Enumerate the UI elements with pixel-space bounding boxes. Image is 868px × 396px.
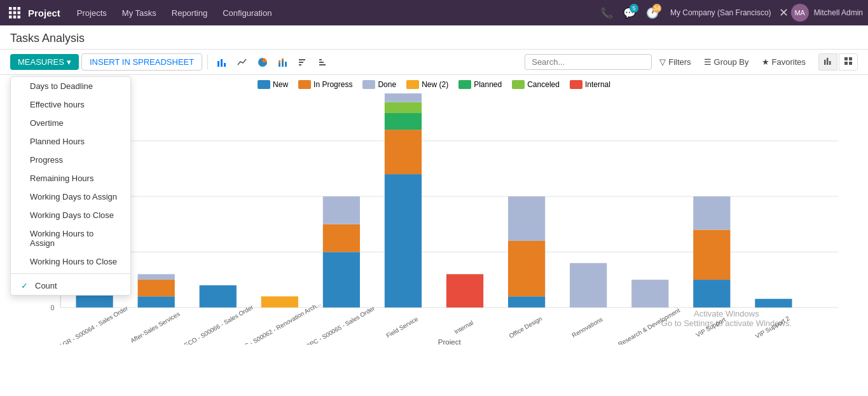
dropdown-item-planned-hours[interactable]: Planned Hours [11, 132, 130, 151]
nav-reporting[interactable]: Reporting [164, 0, 215, 25]
dropdown-item-progress[interactable]: Progress [11, 151, 130, 169]
svg-rect-3 [9, 11, 12, 15]
bar-chart-button[interactable] [213, 55, 231, 70]
dropdown-item-working-hours-assign[interactable]: Working Hours to Assign [11, 224, 130, 252]
legend-planned: Planned [458, 80, 502, 89]
dropdown-item-working-days-assign[interactable]: Working Days to Assign [11, 188, 130, 206]
svg-rect-24 [827, 58, 829, 65]
svg-rect-46 [200, 285, 237, 308]
svg-text:DPC - S00065 - Sales Order: DPC - S00065 - Sales Order [305, 304, 376, 345]
svg-rect-8 [18, 16, 21, 19]
legend-planned-dot [458, 80, 471, 89]
dropdown-item-days-to-deadline[interactable]: Days to Deadline [11, 77, 130, 95]
svg-rect-54 [385, 174, 422, 308]
svg-rect-12 [279, 63, 280, 67]
legend-done-dot [362, 80, 375, 89]
svg-rect-48 [261, 296, 298, 307]
svg-text:Internal: Internal [453, 319, 474, 336]
svg-rect-71 [693, 229, 730, 280]
search-input[interactable] [525, 54, 652, 70]
dropdown-item-effective-hours[interactable]: Effective hours [11, 95, 130, 114]
groupby-icon: ☰ [704, 57, 712, 67]
svg-text:Research & Development: Research & Development [617, 306, 681, 345]
svg-rect-11 [224, 63, 226, 67]
page-title: Tasks Analysis [10, 29, 858, 49]
svg-rect-19 [299, 59, 305, 60]
svg-rect-13 [279, 60, 280, 63]
toolbar: MEASURES ▾ INSERT IN SPREADSHEET ▽ Filte… [0, 50, 868, 75]
pie-chart-button[interactable] [254, 55, 272, 70]
phone-icon-btn[interactable]: 📞 [596, 3, 617, 23]
nav-my-tasks[interactable]: My Tasks [114, 0, 164, 25]
line-chart-button[interactable] [233, 55, 251, 70]
svg-rect-27 [849, 57, 852, 60]
chat-icon-btn[interactable]: 💬 5 [619, 3, 640, 23]
legend-new2: New (2) [406, 80, 448, 89]
sub-header: Tasks Analysis [0, 25, 868, 50]
svg-rect-68 [631, 280, 668, 308]
dropdown-item-remaining-hours[interactable]: Remaining Hours [11, 169, 130, 188]
svg-text:Field Service: Field Service [385, 315, 419, 339]
groupby-button[interactable]: ☰ Group By [699, 55, 754, 69]
legend-new2-dot [406, 80, 419, 89]
stacked-bar-button[interactable] [274, 55, 292, 70]
svg-rect-74 [755, 299, 792, 308]
svg-rect-26 [844, 57, 848, 60]
nav-projects[interactable]: Projects [69, 0, 114, 25]
nav-items: Projects My Tasks Reporting Configuratio… [69, 0, 280, 25]
sort-asc-button[interactable] [294, 55, 312, 70]
favorites-button[interactable]: ★ Favorites [757, 55, 811, 69]
chart-view-button[interactable] [818, 53, 837, 71]
clock-icon-btn[interactable]: 🕐 34 [642, 3, 663, 23]
svg-rect-64 [508, 196, 545, 241]
company-name: My Company (San Francisco) [665, 8, 776, 17]
clock-badge: 34 [652, 4, 661, 13]
legend-canceled-label: Canceled [527, 80, 560, 89]
svg-rect-23 [824, 60, 826, 65]
svg-rect-2 [18, 7, 21, 10]
legend-new-dot [258, 80, 270, 89]
svg-rect-60 [446, 274, 483, 307]
user-name: Mitchell Admin [814, 8, 863, 17]
svg-rect-18 [299, 62, 303, 63]
svg-text:Office Design: Office Design [508, 315, 544, 339]
bar-chart-container: 0 5 10 AGR - S00064 - Sales Order After-… [10, 92, 858, 345]
svg-rect-52 [323, 196, 360, 224]
close-icon[interactable]: ✕ [779, 6, 789, 20]
measures-button[interactable]: MEASURES ▾ [10, 54, 79, 70]
sort-desc-button[interactable] [315, 55, 333, 70]
legend-inprogress-label: In Progress [313, 80, 352, 89]
nav-configuration[interactable]: Configuration [215, 0, 279, 25]
filter-icon: ▽ [659, 57, 666, 67]
app-grid-icon[interactable] [5, 3, 24, 22]
chat-badge: 5 [630, 4, 638, 13]
legend-new: New [258, 80, 288, 89]
legend-internal-label: Internal [585, 80, 610, 89]
svg-rect-9 [217, 61, 219, 67]
grid-view-button[interactable] [839, 53, 858, 71]
dropdown-item-overtime[interactable]: Overtime [11, 114, 130, 132]
dropdown-item-count[interactable]: Count [11, 277, 130, 295]
dropdown-item-working-days-close[interactable]: Working Days to Close [11, 206, 130, 224]
dropdown-item-working-hours-close[interactable]: Working Hours to Close [11, 252, 130, 271]
svg-rect-55 [385, 130, 422, 174]
svg-text:VIP Support 2: VIP Support 2 [754, 315, 791, 340]
svg-rect-25 [829, 61, 831, 65]
svg-rect-70 [693, 280, 730, 308]
svg-rect-42 [138, 296, 175, 307]
user-avatar[interactable]: MA [791, 4, 809, 22]
legend-planned-label: Planned [474, 80, 502, 89]
svg-text:AGR - S00064 - Sales Order: AGR - S00064 - Sales Order [58, 304, 130, 345]
svg-text:After-Sales Services: After-Sales Services [129, 310, 181, 344]
svg-rect-56 [385, 113, 422, 130]
svg-text:Project: Project [438, 338, 462, 345]
svg-rect-1 [13, 7, 17, 10]
filters-button[interactable]: ▽ Filters [654, 55, 696, 69]
svg-text:DECO - S00066 - Sales Order: DECO - S00066 - Sales Order [179, 303, 255, 345]
legend-in-progress: In Progress [298, 80, 352, 89]
insert-spreadsheet-button[interactable]: INSERT IN SPREADSHEET [81, 53, 202, 71]
svg-rect-6 [9, 16, 12, 19]
svg-text:VIP Support: VIP Support [694, 316, 727, 339]
legend-new-label: New [273, 80, 288, 89]
legend-internal-dot [570, 80, 582, 89]
